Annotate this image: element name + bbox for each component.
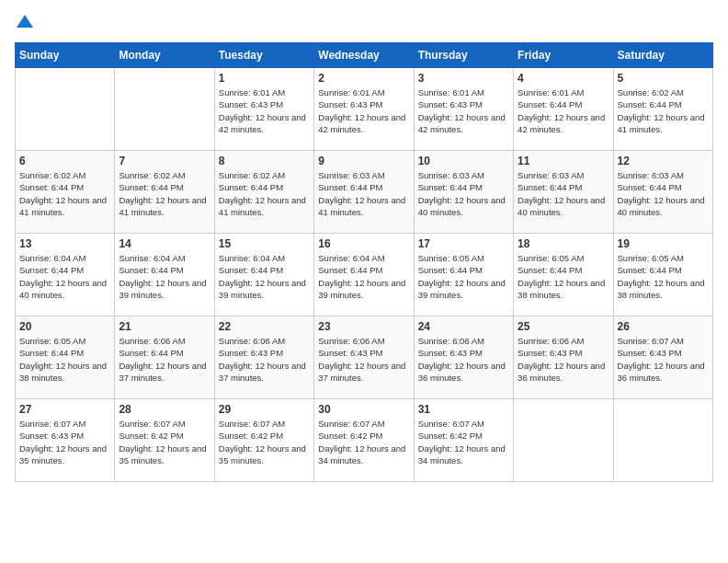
day-number: 19 [618, 237, 709, 250]
day-detail: Sunrise: 6:03 AMSunset: 6:44 PMDaylight:… [318, 169, 409, 218]
calendar-cell: 19Sunrise: 6:05 AMSunset: 6:44 PMDayligh… [613, 234, 712, 316]
calendar-cell: 21Sunrise: 6:06 AMSunset: 6:44 PMDayligh… [115, 316, 214, 399]
calendar-cell: 17Sunrise: 6:05 AMSunset: 6:44 PMDayligh… [414, 234, 513, 316]
week-row-2: 6Sunrise: 6:02 AMSunset: 6:44 PMDaylight… [16, 151, 713, 234]
day-detail: Sunrise: 6:06 AMSunset: 6:43 PMDaylight:… [318, 335, 409, 384]
day-number: 16 [318, 237, 409, 250]
day-number: 10 [418, 155, 509, 167]
calendar-cell: 24Sunrise: 6:06 AMSunset: 6:43 PMDayligh… [414, 316, 513, 399]
calendar-cell [16, 68, 115, 151]
day-detail: Sunrise: 6:07 AMSunset: 6:43 PMDaylight:… [19, 418, 110, 466]
day-detail: Sunrise: 6:04 AMSunset: 6:44 PMDaylight:… [318, 252, 409, 301]
day-number: 20 [19, 320, 110, 333]
column-header-monday: Monday [115, 43, 214, 68]
day-number: 15 [219, 237, 310, 250]
calendar-cell: 27Sunrise: 6:07 AMSunset: 6:43 PMDayligh… [16, 399, 115, 482]
day-number: 6 [19, 155, 110, 167]
day-number: 17 [418, 237, 509, 250]
calendar-cell: 10Sunrise: 6:03 AMSunset: 6:44 PMDayligh… [414, 151, 513, 234]
column-header-friday: Friday [514, 43, 613, 68]
day-detail: Sunrise: 6:05 AMSunset: 6:44 PMDaylight:… [618, 252, 709, 301]
calendar-body: 1Sunrise: 6:01 AMSunset: 6:43 PMDaylight… [16, 68, 713, 482]
day-number: 14 [119, 237, 210, 250]
day-detail: Sunrise: 6:03 AMSunset: 6:44 PMDaylight:… [518, 169, 609, 218]
day-detail: Sunrise: 6:01 AMSunset: 6:44 PMDaylight:… [518, 86, 609, 135]
calendar-cell: 22Sunrise: 6:06 AMSunset: 6:43 PMDayligh… [214, 316, 313, 399]
column-header-tuesday: Tuesday [214, 43, 313, 68]
calendar-cell: 25Sunrise: 6:06 AMSunset: 6:43 PMDayligh… [514, 316, 613, 399]
calendar-cell: 28Sunrise: 6:07 AMSunset: 6:42 PMDayligh… [115, 399, 214, 482]
day-number: 31 [418, 403, 509, 416]
calendar-cell: 31Sunrise: 6:07 AMSunset: 6:42 PMDayligh… [414, 399, 513, 482]
day-detail: Sunrise: 6:02 AMSunset: 6:44 PMDaylight:… [618, 86, 709, 135]
calendar-cell: 9Sunrise: 6:03 AMSunset: 6:44 PMDaylight… [314, 151, 414, 234]
calendar-cell: 8Sunrise: 6:02 AMSunset: 6:44 PMDaylight… [214, 151, 313, 234]
day-number: 24 [418, 320, 509, 333]
day-number: 1 [219, 72, 310, 85]
calendar-header-row: SundayMondayTuesdayWednesdayThursdayFrid… [16, 43, 713, 68]
day-detail: Sunrise: 6:07 AMSunset: 6:43 PMDaylight:… [618, 335, 709, 384]
day-detail: Sunrise: 6:02 AMSunset: 6:44 PMDaylight:… [19, 169, 110, 218]
calendar-cell: 13Sunrise: 6:04 AMSunset: 6:44 PMDayligh… [16, 234, 115, 316]
calendar-cell: 30Sunrise: 6:07 AMSunset: 6:42 PMDayligh… [314, 399, 414, 482]
day-detail: Sunrise: 6:07 AMSunset: 6:42 PMDaylight:… [119, 418, 210, 466]
day-detail: Sunrise: 6:05 AMSunset: 6:44 PMDaylight:… [418, 252, 509, 301]
logo-icon [17, 15, 33, 28]
day-detail: Sunrise: 6:01 AMSunset: 6:43 PMDaylight:… [418, 86, 509, 135]
calendar-cell: 5Sunrise: 6:02 AMSunset: 6:44 PMDaylight… [613, 68, 712, 151]
day-number: 22 [219, 320, 310, 333]
day-detail: Sunrise: 6:04 AMSunset: 6:44 PMDaylight:… [219, 252, 310, 301]
calendar-cell [613, 399, 712, 482]
day-detail: Sunrise: 6:01 AMSunset: 6:43 PMDaylight:… [219, 86, 310, 135]
day-detail: Sunrise: 6:04 AMSunset: 6:44 PMDaylight:… [119, 252, 210, 301]
day-detail: Sunrise: 6:02 AMSunset: 6:44 PMDaylight:… [219, 169, 310, 218]
day-detail: Sunrise: 6:07 AMSunset: 6:42 PMDaylight:… [418, 418, 509, 466]
column-header-sunday: Sunday [16, 43, 115, 68]
day-number: 12 [618, 155, 709, 167]
day-number: 23 [318, 320, 409, 333]
day-number: 8 [219, 155, 310, 167]
day-number: 25 [518, 320, 609, 333]
calendar-cell: 4Sunrise: 6:01 AMSunset: 6:44 PMDaylight… [514, 68, 613, 151]
day-number: 13 [19, 237, 110, 250]
day-number: 27 [19, 403, 110, 416]
calendar-cell: 14Sunrise: 6:04 AMSunset: 6:44 PMDayligh… [115, 234, 214, 316]
week-row-4: 20Sunrise: 6:05 AMSunset: 6:44 PMDayligh… [16, 316, 713, 399]
day-number: 29 [219, 403, 310, 416]
day-detail: Sunrise: 6:07 AMSunset: 6:42 PMDaylight:… [219, 418, 310, 466]
day-detail: Sunrise: 6:06 AMSunset: 6:43 PMDaylight:… [418, 335, 509, 384]
day-number: 3 [418, 72, 509, 85]
day-detail: Sunrise: 6:01 AMSunset: 6:43 PMDaylight:… [318, 86, 409, 135]
day-detail: Sunrise: 6:05 AMSunset: 6:44 PMDaylight:… [19, 335, 110, 384]
column-header-wednesday: Wednesday [314, 43, 414, 68]
calendar-cell: 12Sunrise: 6:03 AMSunset: 6:44 PMDayligh… [613, 151, 712, 234]
calendar-cell: 11Sunrise: 6:03 AMSunset: 6:44 PMDayligh… [514, 151, 613, 234]
column-header-saturday: Saturday [613, 43, 712, 68]
day-number: 7 [119, 155, 210, 167]
day-detail: Sunrise: 6:06 AMSunset: 6:44 PMDaylight:… [119, 335, 210, 384]
day-detail: Sunrise: 6:02 AMSunset: 6:44 PMDaylight:… [119, 169, 210, 218]
calendar-cell [514, 399, 613, 482]
calendar-cell: 20Sunrise: 6:05 AMSunset: 6:44 PMDayligh… [16, 316, 115, 399]
day-number: 9 [318, 155, 409, 167]
calendar-cell [115, 68, 214, 151]
header [15, 15, 713, 31]
column-header-thursday: Thursday [414, 43, 513, 68]
day-number: 4 [518, 72, 609, 85]
day-detail: Sunrise: 6:07 AMSunset: 6:42 PMDaylight:… [318, 418, 409, 466]
week-row-5: 27Sunrise: 6:07 AMSunset: 6:43 PMDayligh… [16, 399, 713, 482]
calendar-cell: 18Sunrise: 6:05 AMSunset: 6:44 PMDayligh… [514, 234, 613, 316]
day-number: 28 [119, 403, 210, 416]
logo [15, 15, 33, 31]
day-detail: Sunrise: 6:06 AMSunset: 6:43 PMDaylight:… [518, 335, 609, 384]
day-number: 26 [618, 320, 709, 333]
calendar-cell: 7Sunrise: 6:02 AMSunset: 6:44 PMDaylight… [115, 151, 214, 234]
week-row-1: 1Sunrise: 6:01 AMSunset: 6:43 PMDaylight… [16, 68, 713, 151]
day-detail: Sunrise: 6:06 AMSunset: 6:43 PMDaylight:… [219, 335, 310, 384]
day-number: 18 [518, 237, 609, 250]
day-detail: Sunrise: 6:04 AMSunset: 6:44 PMDaylight:… [19, 252, 110, 301]
week-row-3: 13Sunrise: 6:04 AMSunset: 6:44 PMDayligh… [16, 234, 713, 316]
calendar-cell: 1Sunrise: 6:01 AMSunset: 6:43 PMDaylight… [214, 68, 313, 151]
calendar-cell: 15Sunrise: 6:04 AMSunset: 6:44 PMDayligh… [214, 234, 313, 316]
calendar-cell: 23Sunrise: 6:06 AMSunset: 6:43 PMDayligh… [314, 316, 414, 399]
